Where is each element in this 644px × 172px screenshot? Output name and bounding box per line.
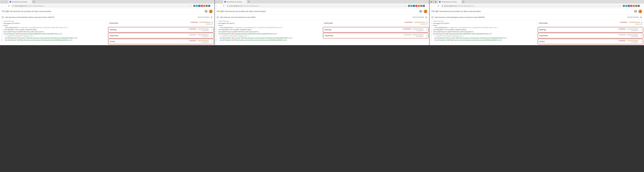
back-button[interactable]: ‹ xyxy=(216,5,218,7)
reload-button[interactable]: ⟳ xyxy=(222,5,225,7)
close-window-icon[interactable] xyxy=(1,1,2,3)
maximize-window-icon[interactable] xyxy=(435,1,436,3)
minimize-window-icon[interactable] xyxy=(433,1,434,3)
source-code-panel[interactable]: 1<!DOCTYPE html>2<html lang="es-ES" dir=… xyxy=(215,20,322,45)
extension-icon[interactable] xyxy=(416,5,418,7)
window-controls[interactable] xyxy=(1,1,7,3)
minimize-window-icon[interactable] xyxy=(218,1,220,3)
extension-icon[interactable] xyxy=(413,5,415,7)
close-tab-icon[interactable]: × xyxy=(30,1,31,3)
code-line: 9 <link rel="stylesheet" id="nav-styles"… xyxy=(430,37,537,39)
extension-icon[interactable] xyxy=(423,5,425,7)
extension-icon[interactable] xyxy=(201,5,203,7)
window-controls[interactable] xyxy=(216,1,222,3)
bookmark-icon[interactable]: ☆ xyxy=(620,5,621,7)
entity-row[interactable]: WebPage4 ERRORES0 ADVERTENCIAS1 ELEMENTO… xyxy=(538,27,643,33)
bookmark-icon[interactable]: ☆ xyxy=(405,5,406,7)
reload-button[interactable]: ⟳ xyxy=(8,5,10,7)
extension-icon[interactable] xyxy=(635,5,637,7)
new-test-button[interactable]: NUEVA PRUEBA xyxy=(198,17,209,18)
avatar[interactable] xyxy=(638,10,642,13)
globe-icon xyxy=(431,16,433,18)
maximize-window-icon[interactable] xyxy=(220,1,222,3)
extension-icon[interactable] xyxy=(198,5,200,7)
browser-menu-icon[interactable]: ⋮ xyxy=(211,5,214,7)
address-bar: ‹›⟳🔒search.google.com/structured-data/te… xyxy=(0,4,214,8)
browser-tab[interactable]: Herramienta de pruebas de d× xyxy=(223,0,247,4)
avatar[interactable] xyxy=(424,10,428,13)
entity-row[interactable]: Organization0 ERRORES0 ADVERTENCIAS1 ELE… xyxy=(323,33,428,38)
google-logo[interactable]: Google xyxy=(431,10,438,13)
url-field[interactable]: 🔒search.google.com/structured-data/testi… xyxy=(440,4,622,8)
new-tab-button[interactable]: + xyxy=(462,1,464,3)
browser-tab[interactable]: Herramienta de pruebas de d× xyxy=(8,0,32,4)
entity-row[interactable]: WebPage10 ERRORES0 ADVERTENCIAS1 ELEMENT… xyxy=(323,27,428,33)
close-window-icon[interactable] xyxy=(216,1,217,3)
avatar[interactable] xyxy=(209,10,213,13)
browser-menu-icon[interactable]: ⋮ xyxy=(425,5,428,7)
entity-warnings: 0 ADVERTENCIAS xyxy=(627,28,638,30)
minimize-window-icon[interactable] xyxy=(3,1,5,3)
new-tab-button[interactable]: + xyxy=(33,1,35,3)
gear-icon[interactable]: ⚙ xyxy=(640,16,642,18)
code-line: 4 <meta charset="utf-8"><!-- Range head … xyxy=(215,27,322,29)
entity-sublabel: 1 ELEMENTO xyxy=(631,30,638,31)
line-content: <!DOCTYPE html> xyxy=(433,20,537,23)
extension-icon[interactable] xyxy=(206,5,208,7)
line-content: <meta http-equiv="X-UA-Compatible" conte… xyxy=(433,29,537,31)
extension-icon[interactable] xyxy=(203,5,205,7)
maximize-window-icon[interactable] xyxy=(6,1,7,3)
extension-icon[interactable] xyxy=(623,5,625,7)
entity-sublabel: 1 ELEMENTO xyxy=(416,30,424,31)
new-tab-button[interactable]: + xyxy=(248,1,250,3)
gear-icon[interactable]: ⚙ xyxy=(425,16,428,18)
entity-row[interactable]: Product2 ERRORES7 ADVERTENCIAS1 ELEMENTO… xyxy=(538,39,643,44)
apps-icon[interactable] xyxy=(420,10,422,13)
apps-icon[interactable] xyxy=(205,10,207,13)
entity-row[interactable]: Organization0 ERRORES0 ADVERTENCIAS1 ELE… xyxy=(108,33,214,38)
gear-icon[interactable]: ⚙ xyxy=(211,16,213,18)
forward-button[interactable]: › xyxy=(4,5,7,7)
back-button[interactable]: ‹ xyxy=(430,5,433,7)
summary-count: 3 xyxy=(641,21,642,24)
extension-icon[interactable] xyxy=(638,5,640,7)
entity-row[interactable]: Organization0 ERRORES0 ADVERTENCIAS1 ELE… xyxy=(538,33,643,38)
extension-icon[interactable] xyxy=(193,5,196,7)
source-code-panel[interactable]: 1<!DOCTYPE html>2<html lang="es-ES" dir=… xyxy=(430,20,537,45)
extension-icon[interactable] xyxy=(420,5,422,7)
extension-icon[interactable] xyxy=(208,5,210,7)
back-button[interactable]: ‹ xyxy=(1,5,4,7)
apps-icon[interactable] xyxy=(634,10,637,13)
extension-icon[interactable] xyxy=(633,5,635,7)
forward-button[interactable]: › xyxy=(219,5,222,7)
close-window-icon[interactable] xyxy=(430,1,432,3)
url-field[interactable]: 🔒search.google.com/structured-data/testi… xyxy=(226,4,408,8)
extension-icon[interactable] xyxy=(408,5,410,7)
window-controls[interactable] xyxy=(430,1,436,3)
entity-row[interactable]: WebPage4 ERRORES0 ADVERTENCIAS1 ELEMENTO… xyxy=(108,27,214,33)
extension-icon[interactable] xyxy=(625,5,627,7)
entity-row[interactable]: Product2 ERRORES5 ADVERTENCIAS1 ELEMENTO… xyxy=(108,39,214,44)
code-line: 8 <!-- 2019-08-21T13:05:05.010Z, Naviger… xyxy=(0,35,107,37)
globe-icon xyxy=(2,16,4,18)
close-tab-icon[interactable]: × xyxy=(245,1,246,3)
entity-sublabel: 1 ELEMENTO xyxy=(631,42,638,43)
new-test-button[interactable]: NUEVA PRUEBA xyxy=(627,17,639,18)
line-number: 4 xyxy=(430,27,433,29)
google-logo[interactable]: Google xyxy=(216,10,224,13)
browser-menu-icon[interactable]: ⋮ xyxy=(640,5,643,7)
browser-tab[interactable]: Herramienta de pruebas de d× xyxy=(438,0,462,4)
google-logo[interactable]: Google xyxy=(2,10,9,13)
new-test-button[interactable]: NUEVA PRUEBA xyxy=(412,17,424,18)
extension-icon[interactable] xyxy=(410,5,412,7)
bookmark-icon[interactable]: ☆ xyxy=(190,5,192,7)
extension-icon[interactable] xyxy=(630,5,632,7)
extension-icon[interactable] xyxy=(196,5,198,7)
extension-icon[interactable] xyxy=(418,5,420,7)
extension-icon[interactable] xyxy=(628,5,630,7)
url-field[interactable]: 🔒search.google.com/structured-data/testi… xyxy=(11,4,193,8)
forward-button[interactable]: › xyxy=(434,5,436,7)
reload-button[interactable]: ⟳ xyxy=(437,5,440,7)
close-tab-icon[interactable]: × xyxy=(460,1,460,3)
source-code-panel[interactable]: 1<!DOCTYPE html>2<html lang="es-ES" dir=… xyxy=(0,20,107,45)
